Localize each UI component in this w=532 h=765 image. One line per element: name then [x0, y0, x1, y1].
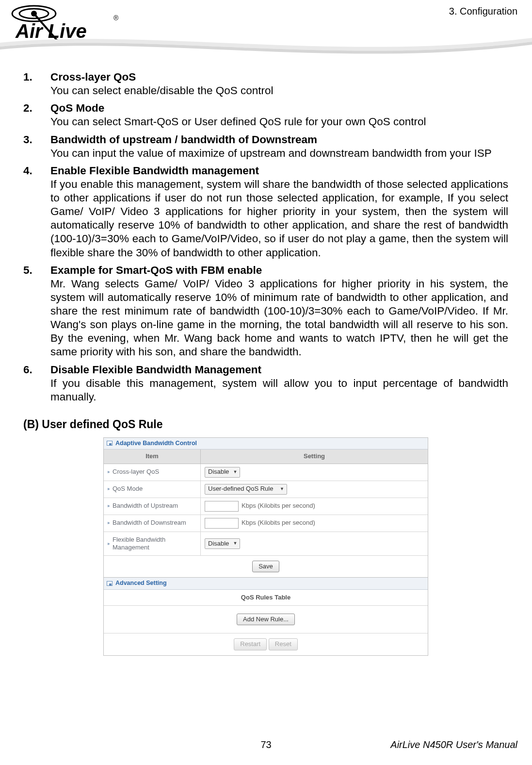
item-number: 1. — [23, 70, 50, 84]
unit-label: Kbps (Kilobits per second) — [242, 502, 315, 510]
list-item-2: 2. QoS Mode You can select Smart-QoS or … — [23, 101, 508, 129]
qos-mode-select[interactable]: User-defined QoS Rule — [205, 484, 287, 495]
row-cross-layer: ▸ Cross-layer QoS Disable — [104, 464, 428, 481]
chapter-label: 3. Configuration — [449, 6, 517, 17]
airlive-logo: Air Live ® — [6, 0, 127, 46]
figure-wrap: Adaptive Bandwidth Control Item Setting … — [23, 437, 508, 656]
item-body: You can input the value of maximize of u… — [50, 147, 508, 160]
content: 1. Cross-layer QoS You can select enable… — [23, 70, 508, 656]
item-title: Example for Smart-QoS with FBM enable — [50, 264, 262, 277]
item-number: 5. — [23, 264, 50, 277]
row-bw-downstream: ▸ Bandwidth of Downstream Kbps (Kilobits… — [104, 515, 428, 532]
add-new-rule-button[interactable]: Add New Rule... — [237, 614, 295, 625]
panel-header-advanced: Advanced Setting — [104, 578, 428, 590]
reset-button[interactable]: Reset — [269, 638, 298, 650]
item-body: You can select Smart-QoS or User defined… — [50, 115, 508, 129]
panel-header-adaptive: Adaptive Bandwidth Control — [104, 438, 428, 450]
item-body: Mr. Wang selects Game/ VoIP/ Video 3 app… — [50, 277, 508, 359]
item-body: If you disable this management, system w… — [50, 377, 508, 404]
chevron-right-icon: ▸ — [108, 541, 110, 547]
page: 3. Configuration Air Live ® 1. Cross-lay… — [0, 0, 532, 765]
item-number: 6. — [23, 363, 50, 377]
row-label: ▸ QoS Mode — [104, 481, 201, 498]
list-item-3: 3. Bandwidth of upstream / bandwidth of … — [23, 133, 508, 160]
row-bw-upstream: ▸ Bandwidth of Upstream Kbps (Kilobits p… — [104, 498, 428, 515]
th-setting: Setting — [201, 449, 428, 464]
chevron-right-icon: ▸ — [108, 469, 110, 475]
manual-title: AirLive N450R User's Manual — [390, 739, 517, 750]
logo-text: Air Live — [15, 20, 87, 42]
restart-button[interactable]: Restart — [234, 638, 267, 650]
item-title: Cross-layer QoS — [50, 70, 136, 84]
label-text: Flexible Bandwidth Management — [113, 536, 196, 552]
item-title: Bandwidth of upstream / bandwidth of Dow… — [50, 133, 317, 147]
chevron-right-icon: ▸ — [108, 486, 110, 492]
list-item-1: 1. Cross-layer QoS You can select enable… — [23, 70, 508, 98]
svg-text:®: ® — [113, 14, 119, 22]
list-item-6: 6. Disable Flexible Bandwidth Management… — [23, 363, 508, 404]
panel-title: Advanced Setting — [115, 580, 167, 587]
row-fbm: ▸ Flexible Bandwidth Management Disable — [104, 532, 428, 556]
qos-config-screenshot: Adaptive Bandwidth Control Item Setting … — [103, 437, 428, 656]
label-text: Bandwidth of Downstream — [113, 519, 186, 527]
item-title: QoS Mode — [50, 101, 104, 115]
row-label: ▸ Cross-layer QoS — [104, 464, 201, 481]
panel-icon — [107, 581, 113, 586]
label-text: QoS Mode — [113, 485, 143, 493]
row-qos-mode: ▸ QoS Mode User-defined QoS Rule — [104, 481, 428, 498]
row-label: ▸ Bandwidth of Downstream — [104, 515, 201, 532]
bw-downstream-input[interactable] — [205, 518, 239, 529]
label-text: Cross-layer QoS — [113, 468, 159, 476]
section-b-heading: (B) User defined QoS Rule — [23, 417, 508, 432]
unit-label: Kbps (Kilobits per second) — [242, 519, 315, 527]
save-row: Save — [104, 556, 428, 578]
chevron-right-icon: ▸ — [108, 520, 110, 526]
table-header-row: Item Setting — [104, 449, 428, 464]
row-label: ▸ Bandwidth of Upstream — [104, 498, 201, 515]
item-number: 3. — [23, 133, 50, 147]
list-item-4: 4. Enable Flexible Bandwidth management … — [23, 164, 508, 260]
rules-table-title: QoS Rules Table — [104, 590, 428, 606]
panel-icon — [107, 441, 113, 446]
item-body: If you enable this management, system wi… — [50, 178, 508, 260]
chevron-right-icon: ▸ — [108, 503, 110, 509]
item-number: 2. — [23, 101, 50, 115]
panel-title: Adaptive Bandwidth Control — [115, 440, 197, 448]
bw-upstream-input[interactable] — [205, 501, 239, 512]
th-item: Item — [104, 449, 201, 464]
list-item-5: 5. Example for Smart-QoS with FBM enable… — [23, 264, 508, 359]
item-title: Disable Flexible Bandwidth Management — [50, 363, 261, 377]
label-text: Bandwidth of Upstream — [113, 502, 178, 510]
save-button[interactable]: Save — [252, 561, 279, 572]
item-body: You can select enable/disable the QoS co… — [50, 84, 508, 98]
fbm-select[interactable]: Disable — [205, 538, 240, 549]
item-number: 4. — [23, 164, 50, 178]
row-label: ▸ Flexible Bandwidth Management — [104, 532, 201, 556]
restart-reset-row: Restart Reset — [104, 633, 428, 655]
cross-layer-select[interactable]: Disable — [205, 467, 240, 478]
item-title: Enable Flexible Bandwidth management — [50, 164, 259, 178]
add-rule-row: Add New Rule... — [104, 606, 428, 633]
